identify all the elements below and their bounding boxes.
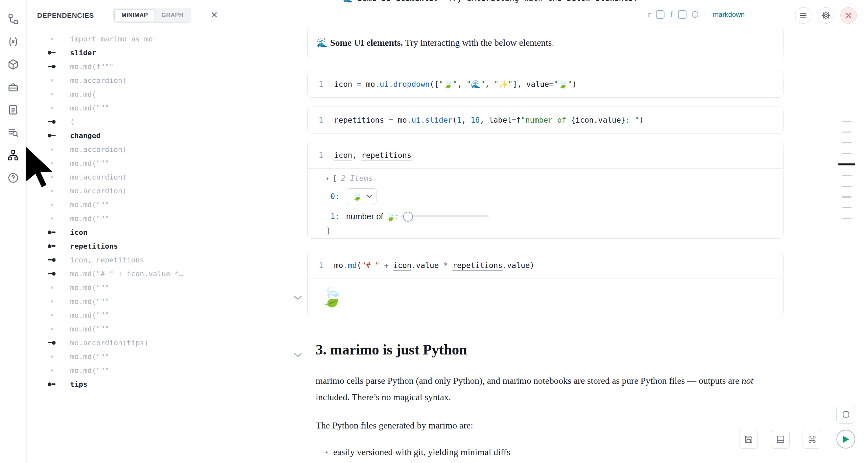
paragraph-intro-list: The Python files generated by marimo are… — [316, 417, 778, 434]
dependency-item[interactable]: mo.md(""" — [27, 280, 230, 294]
output-bold-text: Some UI elements. — [330, 37, 403, 48]
layout-panel-button[interactable] — [771, 430, 790, 449]
minimap-cell-line[interactable] — [842, 218, 851, 219]
dependency-item[interactable]: mo.md(f""" — [27, 60, 230, 73]
section-heading: 3. marimo is just Python — [316, 341, 783, 358]
dependency-item[interactable]: slider — [27, 46, 230, 60]
code-token: dropdown — [393, 80, 430, 89]
code-token: slider — [425, 116, 453, 124]
dependency-label: mo.md(""" — [70, 283, 109, 292]
code-editor[interactable]: 1 icon = mo.ui.dropdown(["🍃", "🌊", "✨"],… — [308, 71, 783, 97]
minimap-cell-line[interactable] — [842, 153, 851, 154]
collapse-caret-icon[interactable]: ▾ — [326, 175, 329, 182]
cell-dot-icon — [46, 107, 58, 109]
scratchpad-button[interactable] — [836, 405, 855, 424]
shutdown-close-button[interactable] — [840, 7, 857, 24]
minimap-cell-line[interactable] — [842, 207, 851, 209]
keyboard-shortcuts-button[interactable] — [803, 430, 821, 449]
reactive-checkbox[interactable] — [656, 10, 664, 19]
markdown-editor-clipped[interactable]: 🌊 Some UI elements. Try interacting with… — [307, 0, 783, 6]
save-button[interactable] — [739, 430, 758, 449]
collapse-section-chevron-icon[interactable] — [293, 352, 302, 359]
slider-track[interactable] — [401, 215, 489, 217]
tab-graph[interactable]: GRAPH — [155, 9, 190, 21]
paragraph-text: marimo cells parse Python (and only Pyth… — [316, 375, 742, 386]
list-search-icon[interactable] — [7, 126, 20, 139]
settings-gear-button[interactable] — [818, 7, 834, 24]
tree-key: 1: — [331, 212, 340, 221]
code-token: : " — [625, 116, 639, 124]
minimap-cell-line[interactable] — [842, 121, 851, 122]
dependency-item[interactable]: import marimo as mo — [27, 32, 230, 46]
toolbox-icon[interactable] — [7, 81, 20, 94]
dependency-item[interactable]: mo.md(""" — [27, 308, 230, 322]
dependency-item[interactable]: mo.md(""" — [27, 363, 230, 377]
cell-dot-icon — [46, 162, 58, 164]
dependency-label: icon, repetitions — [70, 256, 144, 264]
minimap-cell-line[interactable] — [838, 163, 855, 165]
package-icon[interactable] — [7, 58, 20, 71]
dependency-item[interactable]: mo.md(""" — [27, 197, 230, 211]
code-editor[interactable]: 1 repetitions = mo.ui.slider(1, 16, labe… — [308, 107, 783, 133]
dependency-item[interactable]: repetitions — [27, 239, 230, 253]
dependency-item[interactable]: mo.md(""" — [27, 322, 230, 336]
dependency-item[interactable]: mo.accordion( — [27, 73, 230, 87]
file-tree-icon[interactable] — [7, 12, 20, 26]
close-panel-icon[interactable]: ✕ — [210, 11, 218, 20]
code-editor[interactable]: 1 icon, repetitions — [308, 142, 783, 168]
code-token: mo — [366, 80, 375, 89]
code-editor[interactable]: 1 mo.md("# " + icon.value * repetitions.… — [308, 252, 783, 279]
heading-emoji-output: 🍃 — [308, 279, 783, 316]
code-cell-slider: 1 repetitions = mo.ui.slider(1, 16, labe… — [307, 106, 783, 133]
code-token: "🌊" — [467, 80, 485, 89]
format-checkbox[interactable] — [678, 10, 686, 19]
help-icon[interactable] — [7, 171, 20, 184]
tree-root-row: ▾ [ 2 Items — [326, 174, 783, 183]
minimap-cell-line[interactable] — [842, 196, 851, 197]
dependency-item[interactable]: changed — [27, 129, 230, 143]
dependency-label: mo.accordion( — [70, 187, 127, 195]
tree-item-1: 1: number of 🍃: — [326, 211, 783, 221]
dependency-item[interactable]: icon — [27, 225, 230, 239]
collapse-output-chevron-icon[interactable] — [293, 295, 302, 302]
code-parentheses-icon[interactable] — [7, 35, 20, 48]
dependency-item[interactable]: mo.md(""" — [27, 349, 230, 363]
dependency-item[interactable]: mo.accordion( — [27, 184, 230, 197]
minimap-cell-line[interactable] — [842, 142, 851, 143]
cell-dot-icon — [46, 369, 58, 372]
dependency-item[interactable]: mo.md( — [27, 87, 230, 101]
language-label[interactable]: markdown — [713, 10, 745, 19]
dependency-item[interactable]: mo.md("# " + icon.value *… — [27, 267, 230, 280]
references-variable-icon — [46, 258, 58, 262]
slider-widget[interactable] — [401, 211, 489, 221]
dependency-graph-icon[interactable] — [7, 149, 20, 162]
dropdown-widget[interactable]: 🍃 — [347, 188, 376, 204]
dependency-item[interactable]: mo.accordion( — [27, 143, 230, 156]
minimap-cell-line[interactable] — [842, 175, 851, 176]
dependency-item[interactable]: ( — [27, 115, 230, 129]
divider — [706, 10, 706, 19]
dependency-item[interactable]: mo.md(""" — [27, 294, 230, 308]
notebook-menu-button[interactable] — [795, 7, 811, 24]
dependency-item[interactable]: mo.accordion(tips) — [27, 336, 230, 349]
dependency-item[interactable]: icon, repetitions — [27, 253, 230, 267]
slider-label: number of 🍃: — [346, 212, 398, 221]
dependency-item[interactable]: mo.md(""" — [27, 156, 230, 170]
tree-item-0: 0: 🍃 — [326, 188, 783, 204]
dependency-item[interactable]: mo.md(""" — [27, 211, 230, 225]
minimap-cell-line[interactable] — [842, 186, 851, 187]
tab-minimap[interactable]: MINIMAP — [115, 9, 155, 21]
dependency-label: mo.accordion(tips) — [70, 339, 148, 347]
dependency-item[interactable]: mo.md(""" — [27, 101, 230, 115]
notes-icon[interactable] — [7, 103, 20, 116]
run-all-button[interactable] — [836, 430, 855, 449]
cell-dot-icon — [46, 204, 58, 206]
dependency-item[interactable]: tips — [27, 377, 230, 391]
code-token: icon — [334, 151, 352, 159]
code-token: ) — [530, 261, 535, 270]
dependency-item[interactable]: mo.accordion( — [27, 170, 230, 184]
info-icon[interactable] — [691, 10, 699, 19]
slider-handle[interactable] — [403, 212, 413, 222]
minimap-cell-line[interactable] — [842, 131, 851, 133]
code-token: , — [480, 116, 489, 124]
